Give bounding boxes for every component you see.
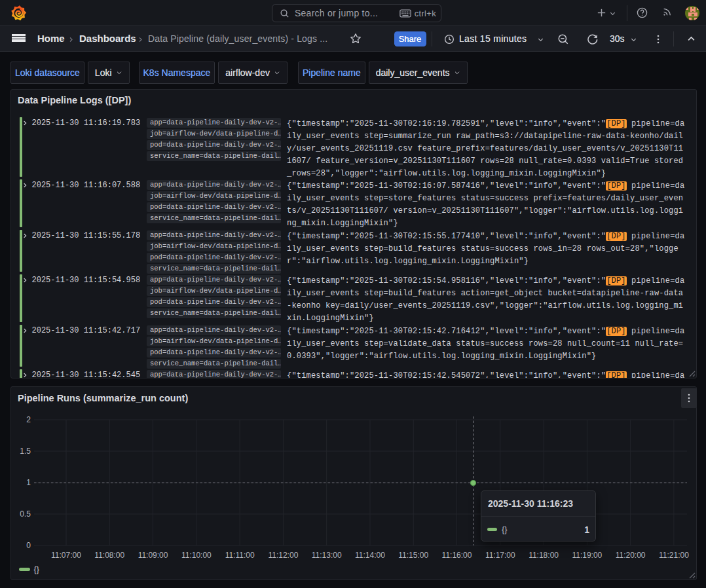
svg-text:0: 0 <box>26 541 31 550</box>
svg-text:0.5: 0.5 <box>20 509 31 519</box>
svg-text:11:13:00: 11:13:00 <box>312 551 342 560</box>
svg-text:11:14:00: 11:14:00 <box>355 551 385 560</box>
svg-text:11:15:00: 11:15:00 <box>398 551 428 560</box>
svg-text:11:10:00: 11:10:00 <box>181 551 212 560</box>
svg-text:11:11:00: 11:11:00 <box>225 551 255 560</box>
svg-text:11:07:00: 11:07:00 <box>51 551 81 560</box>
svg-text:11:18:00: 11:18:00 <box>529 551 559 560</box>
svg-text:11:09:00: 11:09:00 <box>138 551 168 560</box>
svg-text:1.5: 1.5 <box>20 447 31 456</box>
svg-text:11:12:00: 11:12:00 <box>268 551 298 560</box>
svg-text:11:21:00: 11:21:00 <box>659 551 689 560</box>
svg-text:2: 2 <box>26 415 31 424</box>
svg-text:11:08:00: 11:08:00 <box>94 551 124 560</box>
svg-text:11:20:00: 11:20:00 <box>616 551 646 560</box>
svg-text:1: 1 <box>26 478 31 487</box>
svg-text:11:19:00: 11:19:00 <box>572 551 602 560</box>
svg-text:11:16:00: 11:16:00 <box>442 551 472 560</box>
svg-text:11:17:00: 11:17:00 <box>485 551 515 560</box>
